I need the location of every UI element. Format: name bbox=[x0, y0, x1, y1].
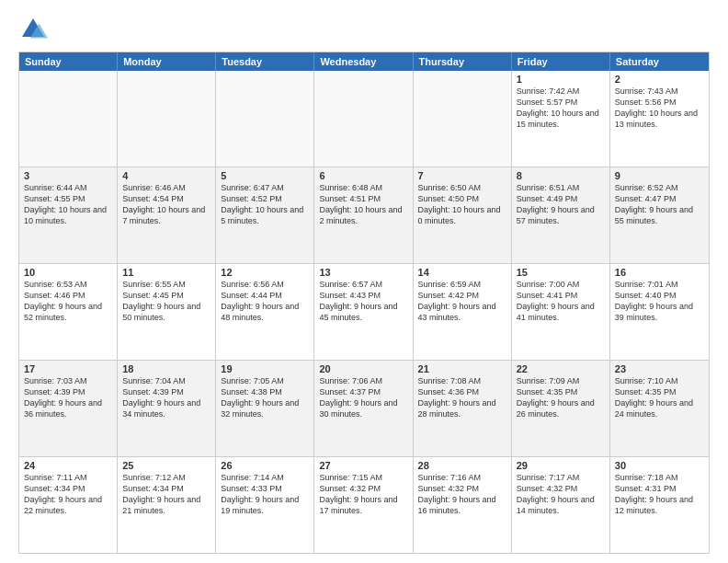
calendar-row: 24Sunrise: 7:11 AM Sunset: 4:34 PM Dayli… bbox=[19, 456, 709, 553]
day-number: 2 bbox=[615, 74, 704, 85]
calendar-header-cell: Saturday bbox=[610, 52, 709, 71]
day-info: Sunrise: 7:12 AM Sunset: 4:34 PM Dayligh… bbox=[122, 472, 210, 517]
calendar-cell: 12Sunrise: 6:56 AM Sunset: 4:44 PM Dayli… bbox=[216, 264, 314, 360]
calendar-cell: 24Sunrise: 7:11 AM Sunset: 4:34 PM Dayli… bbox=[19, 457, 118, 553]
page: SundayMondayTuesdayWednesdayThursdayFrid… bbox=[0, 0, 728, 563]
calendar-cell bbox=[414, 71, 512, 167]
day-number: 21 bbox=[418, 363, 506, 374]
calendar-cell bbox=[314, 71, 413, 167]
day-info: Sunrise: 7:10 AM Sunset: 4:35 PM Dayligh… bbox=[615, 375, 704, 420]
calendar-row: 17Sunrise: 7:03 AM Sunset: 4:39 PM Dayli… bbox=[19, 360, 709, 456]
calendar-cell: 6Sunrise: 6:48 AM Sunset: 4:51 PM Daylig… bbox=[314, 167, 413, 263]
day-number: 4 bbox=[122, 170, 210, 181]
day-info: Sunrise: 6:55 AM Sunset: 4:45 PM Dayligh… bbox=[122, 279, 210, 324]
day-info: Sunrise: 6:56 AM Sunset: 4:44 PM Dayligh… bbox=[221, 279, 309, 324]
day-info: Sunrise: 6:47 AM Sunset: 4:52 PM Dayligh… bbox=[221, 182, 309, 227]
day-info: Sunrise: 6:48 AM Sunset: 4:51 PM Dayligh… bbox=[319, 182, 407, 227]
day-info: Sunrise: 7:42 AM Sunset: 5:57 PM Dayligh… bbox=[517, 86, 605, 131]
day-number: 12 bbox=[221, 267, 309, 278]
day-info: Sunrise: 6:52 AM Sunset: 4:47 PM Dayligh… bbox=[615, 182, 704, 227]
day-number: 7 bbox=[418, 170, 506, 181]
day-number: 22 bbox=[517, 363, 605, 374]
day-info: Sunrise: 7:15 AM Sunset: 4:32 PM Dayligh… bbox=[319, 472, 407, 517]
calendar-cell: 11Sunrise: 6:55 AM Sunset: 4:45 PM Dayli… bbox=[118, 264, 216, 360]
calendar-cell: 10Sunrise: 6:53 AM Sunset: 4:46 PM Dayli… bbox=[19, 264, 118, 360]
calendar-header-cell: Thursday bbox=[414, 52, 512, 71]
calendar-header-cell: Friday bbox=[512, 52, 610, 71]
calendar-cell: 30Sunrise: 7:18 AM Sunset: 4:31 PM Dayli… bbox=[610, 457, 709, 553]
calendar-row: 1Sunrise: 7:42 AM Sunset: 5:57 PM Daylig… bbox=[19, 71, 709, 167]
calendar-cell: 3Sunrise: 6:44 AM Sunset: 4:55 PM Daylig… bbox=[19, 167, 118, 263]
calendar-cell: 5Sunrise: 6:47 AM Sunset: 4:52 PM Daylig… bbox=[216, 167, 314, 263]
calendar-body: 1Sunrise: 7:42 AM Sunset: 5:57 PM Daylig… bbox=[19, 71, 709, 553]
calendar-cell: 1Sunrise: 7:42 AM Sunset: 5:57 PM Daylig… bbox=[512, 71, 610, 167]
day-info: Sunrise: 7:05 AM Sunset: 4:38 PM Dayligh… bbox=[221, 375, 309, 420]
logo-icon bbox=[18, 15, 48, 44]
day-number: 18 bbox=[122, 363, 210, 374]
day-info: Sunrise: 6:44 AM Sunset: 4:55 PM Dayligh… bbox=[24, 182, 112, 227]
day-info: Sunrise: 7:03 AM Sunset: 4:39 PM Dayligh… bbox=[24, 375, 112, 420]
calendar-cell: 9Sunrise: 6:52 AM Sunset: 4:47 PM Daylig… bbox=[610, 167, 709, 263]
calendar-cell: 17Sunrise: 7:03 AM Sunset: 4:39 PM Dayli… bbox=[19, 361, 118, 456]
calendar-cell bbox=[19, 71, 118, 167]
day-info: Sunrise: 7:18 AM Sunset: 4:31 PM Dayligh… bbox=[615, 472, 704, 517]
day-info: Sunrise: 6:57 AM Sunset: 4:43 PM Dayligh… bbox=[319, 279, 407, 324]
calendar-cell: 22Sunrise: 7:09 AM Sunset: 4:35 PM Dayli… bbox=[512, 361, 610, 456]
day-info: Sunrise: 6:59 AM Sunset: 4:42 PM Dayligh… bbox=[418, 279, 506, 324]
day-number: 9 bbox=[615, 170, 704, 181]
calendar-cell bbox=[118, 71, 216, 167]
day-number: 28 bbox=[418, 460, 506, 471]
day-number: 27 bbox=[319, 460, 407, 471]
day-number: 30 bbox=[615, 460, 704, 471]
calendar-header-cell: Tuesday bbox=[216, 52, 314, 71]
day-number: 10 bbox=[24, 267, 112, 278]
calendar-cell: 23Sunrise: 7:10 AM Sunset: 4:35 PM Dayli… bbox=[610, 361, 709, 456]
calendar-row: 3Sunrise: 6:44 AM Sunset: 4:55 PM Daylig… bbox=[19, 167, 709, 263]
day-info: Sunrise: 7:17 AM Sunset: 4:32 PM Dayligh… bbox=[517, 472, 605, 517]
day-number: 15 bbox=[517, 267, 605, 278]
day-info: Sunrise: 6:51 AM Sunset: 4:49 PM Dayligh… bbox=[517, 182, 605, 227]
calendar-cell: 2Sunrise: 7:43 AM Sunset: 5:56 PM Daylig… bbox=[610, 71, 709, 167]
day-number: 23 bbox=[615, 363, 704, 374]
day-info: Sunrise: 7:06 AM Sunset: 4:37 PM Dayligh… bbox=[319, 375, 407, 420]
day-info: Sunrise: 7:16 AM Sunset: 4:32 PM Dayligh… bbox=[418, 472, 506, 517]
calendar-cell: 26Sunrise: 7:14 AM Sunset: 4:33 PM Dayli… bbox=[216, 457, 314, 553]
calendar-cell: 15Sunrise: 7:00 AM Sunset: 4:41 PM Dayli… bbox=[512, 264, 610, 360]
day-info: Sunrise: 7:43 AM Sunset: 5:56 PM Dayligh… bbox=[615, 86, 704, 131]
logo bbox=[18, 15, 51, 44]
day-number: 16 bbox=[615, 267, 704, 278]
day-info: Sunrise: 7:08 AM Sunset: 4:36 PM Dayligh… bbox=[418, 375, 506, 420]
day-number: 5 bbox=[221, 170, 309, 181]
day-number: 3 bbox=[24, 170, 112, 181]
day-info: Sunrise: 7:04 AM Sunset: 4:39 PM Dayligh… bbox=[122, 375, 210, 420]
day-number: 25 bbox=[122, 460, 210, 471]
calendar-header-cell: Monday bbox=[118, 52, 216, 71]
day-number: 1 bbox=[517, 74, 605, 85]
calendar-header: SundayMondayTuesdayWednesdayThursdayFrid… bbox=[19, 52, 709, 71]
day-number: 19 bbox=[221, 363, 309, 374]
day-info: Sunrise: 6:46 AM Sunset: 4:54 PM Dayligh… bbox=[122, 182, 210, 227]
day-number: 17 bbox=[24, 363, 112, 374]
calendar-row: 10Sunrise: 6:53 AM Sunset: 4:46 PM Dayli… bbox=[19, 263, 709, 360]
day-info: Sunrise: 7:11 AM Sunset: 4:34 PM Dayligh… bbox=[24, 472, 112, 517]
calendar-cell: 16Sunrise: 7:01 AM Sunset: 4:40 PM Dayli… bbox=[610, 264, 709, 360]
day-info: Sunrise: 6:50 AM Sunset: 4:50 PM Dayligh… bbox=[418, 182, 506, 227]
calendar-cell: 13Sunrise: 6:57 AM Sunset: 4:43 PM Dayli… bbox=[314, 264, 413, 360]
day-number: 14 bbox=[418, 267, 506, 278]
calendar-cell: 25Sunrise: 7:12 AM Sunset: 4:34 PM Dayli… bbox=[118, 457, 216, 553]
calendar: SundayMondayTuesdayWednesdayThursdayFrid… bbox=[18, 52, 710, 554]
day-info: Sunrise: 7:01 AM Sunset: 4:40 PM Dayligh… bbox=[615, 279, 704, 324]
calendar-cell: 29Sunrise: 7:17 AM Sunset: 4:32 PM Dayli… bbox=[512, 457, 610, 553]
calendar-cell: 20Sunrise: 7:06 AM Sunset: 4:37 PM Dayli… bbox=[314, 361, 413, 456]
calendar-cell: 27Sunrise: 7:15 AM Sunset: 4:32 PM Dayli… bbox=[314, 457, 413, 553]
calendar-cell: 7Sunrise: 6:50 AM Sunset: 4:50 PM Daylig… bbox=[414, 167, 512, 263]
day-number: 26 bbox=[221, 460, 309, 471]
day-number: 13 bbox=[319, 267, 407, 278]
calendar-cell: 21Sunrise: 7:08 AM Sunset: 4:36 PM Dayli… bbox=[414, 361, 512, 456]
calendar-cell: 19Sunrise: 7:05 AM Sunset: 4:38 PM Dayli… bbox=[216, 361, 314, 456]
calendar-cell: 18Sunrise: 7:04 AM Sunset: 4:39 PM Dayli… bbox=[118, 361, 216, 456]
calendar-cell: 4Sunrise: 6:46 AM Sunset: 4:54 PM Daylig… bbox=[118, 167, 216, 263]
calendar-cell bbox=[216, 71, 314, 167]
day-number: 24 bbox=[24, 460, 112, 471]
calendar-cell: 28Sunrise: 7:16 AM Sunset: 4:32 PM Dayli… bbox=[414, 457, 512, 553]
